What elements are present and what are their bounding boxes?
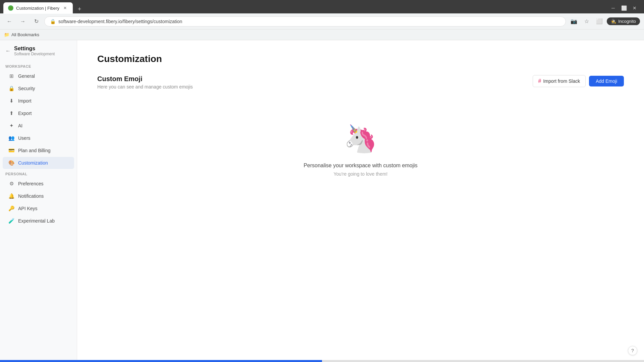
sidebar-item-export[interactable]: ⬆ Export <box>3 107 74 119</box>
sidebar-item-label: Experimental Lab <box>18 218 55 224</box>
billing-icon: 💳 <box>8 147 15 154</box>
back-button[interactable]: ← <box>4 16 15 27</box>
active-tab[interactable]: 🌿 Customization | Fibery ✕ <box>3 2 73 14</box>
sidebar-item-api-keys[interactable]: 🔑 API Keys <box>3 202 74 215</box>
sidebar-item-label: Customization <box>18 160 48 166</box>
sidebar-toggle[interactable]: ⬜ <box>594 16 605 27</box>
bookmark-icon[interactable]: ☆ <box>581 16 592 27</box>
customization-icon: 🎨 <box>8 160 15 166</box>
page-title: Customization <box>97 54 624 64</box>
sidebar-item-label: AI <box>18 123 22 128</box>
add-emoji-label: Add Emoji <box>596 78 617 84</box>
export-icon: ⬆ <box>8 110 15 117</box>
tab-title: Customization | Fibery <box>16 6 59 11</box>
tab-favicon: 🌿 <box>8 5 13 11</box>
help-label: ? <box>631 348 634 353</box>
import-from-slack-button[interactable]: # Import from Slack <box>533 75 586 87</box>
section-header: Custom Emoji Here you can see and manage… <box>97 75 624 89</box>
sidebar-item-label: General <box>18 73 35 79</box>
import-slack-label: Import from Slack <box>543 78 580 84</box>
unicorn-illustration: 🦄 <box>344 123 377 155</box>
workspace-section-label: WORKSPACE <box>0 62 77 70</box>
bookmarks-bar: 📁 All Bookmarks <box>0 29 644 40</box>
address-bar[interactable]: 🔒 software-development.fibery.io/fibery/… <box>44 16 566 26</box>
lock-icon: 🔒 <box>50 19 56 24</box>
security-icon: 🔒 <box>8 85 15 92</box>
section-desc: Here you can see and manage custom emoji… <box>97 84 193 89</box>
ai-icon: ✦ <box>8 122 15 129</box>
sidebar-item-plan-billing[interactable]: 💳 Plan and Billing <box>3 144 74 157</box>
reload-button[interactable]: ↻ <box>31 16 42 27</box>
sidebar-item-customization[interactable]: 🎨 Customization <box>3 157 74 169</box>
bookmarks-label: All Bookmarks <box>11 32 39 37</box>
section-title: Custom Emoji <box>97 75 193 83</box>
sidebar-item-notifications[interactable]: 🔔 Notifications <box>3 190 74 202</box>
add-emoji-button[interactable]: Add Emoji <box>589 76 624 86</box>
progress-bar-fill <box>0 360 322 362</box>
empty-state-subtitle: You're going to love them! <box>334 171 388 177</box>
empty-state-title: Personalise your workspace with custom e… <box>304 163 418 169</box>
sidebar-header: ← Settings Software Development <box>0 46 77 62</box>
sidebar-item-experimental-lab[interactable]: 🧪 Experimental Lab <box>3 215 74 227</box>
browser-tabs: 🌿 Customization | Fibery ✕ + <box>0 2 84 14</box>
users-icon: 👥 <box>8 135 15 141</box>
browser-toolbar: ← → ↻ 🔒 software-development.fibery.io/f… <box>0 13 644 29</box>
sidebar-item-label: Import <box>18 98 32 104</box>
preferences-icon: ⚙ <box>8 180 15 187</box>
sidebar-item-preferences[interactable]: ⚙ Preferences <box>3 178 74 190</box>
incognito-label: Incognito <box>618 19 636 24</box>
sidebar-item-users[interactable]: 👥 Users <box>3 132 74 144</box>
minimize-button[interactable]: ─ <box>609 4 617 12</box>
progress-bar-container <box>0 360 644 362</box>
tab-close-button[interactable]: ✕ <box>62 5 68 11</box>
import-icon: ⬇ <box>8 98 15 104</box>
sidebar: ← Settings Software Development WORKSPAC… <box>0 40 77 362</box>
personal-section-label: PERSONAL <box>0 169 77 177</box>
back-navigation-button[interactable]: ← <box>5 48 11 54</box>
window-controls: ─ ⬜ ✕ <box>609 4 644 12</box>
url-text: software-development.fibery.io/fibery/se… <box>58 19 560 24</box>
sidebar-title: Settings <box>14 46 55 52</box>
main-content: Customization Custom Emoji Here you can … <box>77 40 644 362</box>
api-keys-icon: 🔑 <box>8 205 15 212</box>
sidebar-item-label: Security <box>18 86 35 91</box>
sidebar-title-block: Settings Software Development <box>14 46 55 56</box>
empty-state: 🦄 Personalise your workspace with custom… <box>97 103 624 197</box>
camera-icon[interactable]: 📷 <box>569 16 579 27</box>
sidebar-item-label: Notifications <box>18 193 44 199</box>
sidebar-subtitle: Software Development <box>14 52 55 56</box>
forward-button[interactable]: → <box>17 16 28 27</box>
sidebar-item-security[interactable]: 🔒 Security <box>3 82 74 95</box>
sidebar-item-label: Export <box>18 111 32 116</box>
sidebar-item-ai[interactable]: ✦ AI <box>3 120 74 132</box>
bookmarks-folder-icon: 📁 <box>4 32 9 37</box>
notifications-icon: 🔔 <box>8 193 15 199</box>
sidebar-item-label: Preferences <box>18 181 43 186</box>
experimental-icon: 🧪 <box>8 218 15 224</box>
new-tab-button[interactable]: + <box>75 4 84 14</box>
slack-icon: # <box>538 78 541 84</box>
sidebar-item-import[interactable]: ⬇ Import <box>3 95 74 107</box>
close-window-button[interactable]: ✕ <box>631 4 639 12</box>
incognito-icon: 🕵 <box>611 19 616 24</box>
toolbar-actions: 📷 ☆ ⬜ 🕵 Incognito <box>569 16 640 27</box>
maximize-button[interactable]: ⬜ <box>620 4 628 12</box>
section-actions: # Import from Slack Add Emoji <box>533 75 624 87</box>
section-info: Custom Emoji Here you can see and manage… <box>97 75 193 89</box>
sidebar-item-label: Plan and Billing <box>18 148 51 153</box>
app-layout: ← Settings Software Development WORKSPAC… <box>0 40 644 362</box>
browser-titlebar: 🌿 Customization | Fibery ✕ + ─ ⬜ ✕ <box>0 0 644 13</box>
sidebar-item-general[interactable]: ⊞ General <box>3 70 74 82</box>
incognito-button[interactable]: 🕵 Incognito <box>607 17 640 25</box>
sidebar-item-label: Users <box>18 135 31 141</box>
sidebar-item-label: API Keys <box>18 206 38 211</box>
help-button[interactable]: ? <box>628 346 637 355</box>
general-icon: ⊞ <box>8 73 15 79</box>
